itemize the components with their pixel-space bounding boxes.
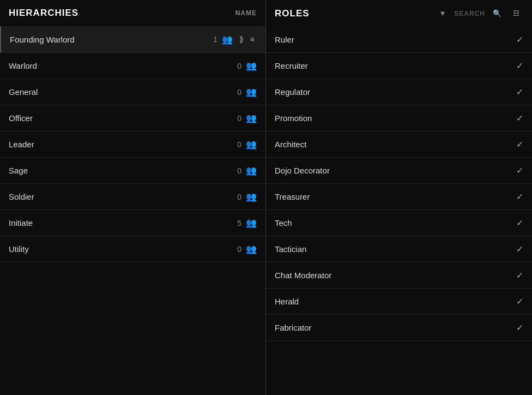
member-count: 5 bbox=[237, 219, 241, 228]
roles-header: ROLES ▼ SEARCH 🔍 ☷ bbox=[266, 0, 532, 27]
check-icon: ✓ bbox=[516, 61, 523, 71]
role-item[interactable]: Regulator✓ bbox=[266, 79, 532, 105]
hierarchy-item-right: 1👥⟫≡ bbox=[213, 34, 257, 45]
role-item[interactable]: Herald✓ bbox=[266, 289, 532, 315]
members-icon: 👥 bbox=[246, 113, 257, 123]
role-item-name: Regulator bbox=[275, 87, 310, 97]
hierarchies-panel: HIERARCHIES NAME Founding Warlord1👥⟫≡War… bbox=[0, 0, 266, 395]
roles-panel: ROLES ▼ SEARCH 🔍 ☷ Ruler✓Recruiter✓Regul… bbox=[266, 0, 532, 395]
role-item[interactable]: Treasurer✓ bbox=[266, 184, 532, 210]
hierarchies-header: HIERARCHIES NAME bbox=[0, 0, 265, 26]
hierarchy-item-right: 5👥 bbox=[237, 218, 257, 228]
member-count: 0 bbox=[237, 245, 241, 254]
member-count: 0 bbox=[237, 193, 241, 201]
hierarchy-item-right: 0👥 bbox=[237, 244, 257, 254]
check-icon: ✓ bbox=[516, 322, 523, 333]
members-icon: 👥 bbox=[246, 139, 257, 149]
role-item[interactable]: Architect✓ bbox=[266, 131, 532, 158]
hierarchy-item-name: General bbox=[9, 87, 38, 97]
hierarchy-item[interactable]: Leader0👥 bbox=[0, 131, 265, 158]
hierarchy-list: Founding Warlord1👥⟫≡Warlord0👥General0👥Of… bbox=[0, 26, 265, 395]
hierarchy-item[interactable]: Warlord0👥 bbox=[0, 53, 265, 79]
members-icon: 👥 bbox=[246, 87, 257, 97]
check-icon: ✓ bbox=[516, 165, 523, 176]
hierarchy-item-right: 0👥 bbox=[237, 139, 257, 149]
role-item[interactable]: Recruiter✓ bbox=[266, 53, 532, 79]
check-icon: ✓ bbox=[516, 218, 523, 228]
member-count: 0 bbox=[237, 140, 241, 149]
hierarchy-item-name: Sage bbox=[9, 166, 28, 175]
hierarchy-item-right: 0👥 bbox=[237, 113, 257, 123]
roles-header-controls: ▼ SEARCH 🔍 ☷ bbox=[436, 8, 523, 19]
action-icons: ⟫≡ bbox=[237, 34, 257, 45]
hierarchy-item-name: Initiate bbox=[9, 218, 33, 228]
check-icon: ✓ bbox=[516, 87, 523, 97]
role-item-name: Recruiter bbox=[275, 61, 308, 70]
check-icon: ✓ bbox=[516, 270, 523, 280]
sort-button[interactable]: ▼ bbox=[436, 8, 450, 19]
member-count: 0 bbox=[237, 88, 241, 97]
role-item-name: Ruler bbox=[275, 35, 294, 44]
hierarchy-item[interactable]: Utility0👥 bbox=[0, 236, 265, 262]
role-item-name: Architect bbox=[275, 140, 306, 149]
grid-button[interactable]: ☷ bbox=[510, 8, 523, 19]
role-item[interactable]: Dojo Decorator✓ bbox=[266, 158, 532, 184]
hierarchies-title: HIERARCHIES bbox=[9, 8, 78, 19]
check-icon: ✓ bbox=[516, 113, 523, 123]
hierarchy-item[interactable]: Soldier0👥 bbox=[0, 184, 265, 210]
hierarchy-item-right: 0👥 bbox=[237, 61, 257, 71]
hierarchy-item[interactable]: Sage0👥 bbox=[0, 158, 265, 184]
roles-title: ROLES bbox=[275, 8, 310, 19]
role-item[interactable]: Ruler✓ bbox=[266, 27, 532, 53]
role-item-name: Fabricator bbox=[275, 323, 312, 332]
hierarchy-item-name: Warlord bbox=[9, 61, 37, 70]
members-icon: 👥 bbox=[246, 191, 257, 202]
role-item[interactable]: Chat Moderator✓ bbox=[266, 262, 532, 289]
member-count: 0 bbox=[237, 62, 241, 70]
role-item[interactable]: Tactician✓ bbox=[266, 236, 532, 262]
hierarchy-item-name: Soldier bbox=[9, 192, 34, 201]
members-icon: 👥 bbox=[246, 244, 257, 254]
hierarchy-item-right: 0👥 bbox=[237, 165, 257, 176]
role-item-name: Promotion bbox=[275, 113, 312, 123]
hierarchy-item-right: 0👥 bbox=[237, 191, 257, 202]
role-item-name: Tactician bbox=[275, 244, 306, 254]
hierarchy-item-name: Leader bbox=[9, 140, 34, 149]
role-item-name: Herald bbox=[275, 297, 299, 306]
search-button[interactable]: 🔍 bbox=[489, 8, 505, 19]
member-count: 1 bbox=[213, 35, 217, 44]
search-placeholder: SEARCH bbox=[454, 10, 485, 17]
role-item-name: Dojo Decorator bbox=[275, 166, 330, 175]
hierarchy-item[interactable]: Founding Warlord1👥⟫≡ bbox=[0, 26, 265, 53]
members-icon: 👥 bbox=[246, 165, 257, 176]
members-icon: 👥 bbox=[246, 218, 257, 228]
member-count: 0 bbox=[237, 166, 241, 175]
members-icon: 👥 bbox=[222, 34, 233, 45]
role-item-name: Chat Moderator bbox=[275, 271, 331, 280]
role-item-name: Tech bbox=[275, 218, 292, 228]
check-icon: ✓ bbox=[516, 296, 523, 307]
name-label: NAME bbox=[235, 9, 257, 17]
menu-icon[interactable]: ≡ bbox=[248, 34, 257, 45]
members-icon: 👥 bbox=[246, 61, 257, 71]
hierarchy-item-name: Founding Warlord bbox=[10, 35, 75, 44]
role-item-name: Treasurer bbox=[275, 192, 310, 201]
hierarchy-item[interactable]: Officer0👥 bbox=[0, 105, 265, 131]
role-item[interactable]: Fabricator✓ bbox=[266, 315, 532, 341]
member-count: 0 bbox=[237, 114, 241, 123]
role-item[interactable]: Promotion✓ bbox=[266, 105, 532, 131]
check-icon: ✓ bbox=[516, 191, 523, 202]
hierarchy-item-name: Officer bbox=[9, 113, 33, 123]
hierarchy-item[interactable]: General0👥 bbox=[0, 79, 265, 105]
forward-icon[interactable]: ⟫ bbox=[237, 34, 246, 45]
hierarchy-item[interactable]: Initiate5👥 bbox=[0, 210, 265, 236]
check-icon: ✓ bbox=[516, 139, 523, 149]
check-icon: ✓ bbox=[516, 244, 523, 254]
check-icon: ✓ bbox=[516, 34, 523, 45]
hierarchy-item-right: 0👥 bbox=[237, 87, 257, 97]
hierarchy-item-name: Utility bbox=[9, 244, 29, 254]
roles-list: Ruler✓Recruiter✓Regulator✓Promotion✓Arch… bbox=[266, 27, 532, 395]
role-item[interactable]: Tech✓ bbox=[266, 210, 532, 236]
